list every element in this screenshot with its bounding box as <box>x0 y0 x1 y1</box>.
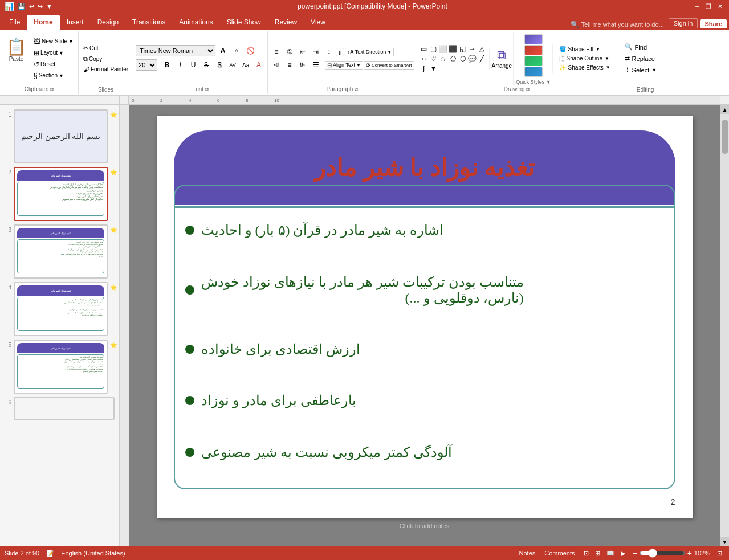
comments-btn[interactable]: Comments <box>542 550 577 557</box>
shape-rect2[interactable]: ▢ <box>429 44 438 54</box>
clipboard-expand[interactable]: ⧉ <box>50 87 54 92</box>
numbering-btn[interactable]: ① <box>283 46 296 58</box>
slide-img-6[interactable] <box>14 397 115 420</box>
shape-heart[interactable]: ♡ <box>429 54 438 63</box>
shape-fill-btn[interactable]: 🪣 Shape Fill ▼ <box>556 45 613 54</box>
shape-triangle[interactable]: △ <box>478 44 487 54</box>
section-btn[interactable]: § Section ▼ <box>31 71 76 81</box>
shape-hexagon[interactable]: ⬡ <box>458 54 467 63</box>
shape-arrow-right[interactable]: → <box>468 44 477 54</box>
shape-rect[interactable]: ▭ <box>420 44 429 54</box>
restore-btn[interactable]: ❐ <box>704 2 713 11</box>
tab-review[interactable]: Review <box>268 15 304 30</box>
tab-slideshow[interactable]: Slide Show <box>220 15 268 30</box>
bold-btn[interactable]: B <box>161 59 173 71</box>
tab-view[interactable]: View <box>304 15 332 30</box>
slide-thumb-2[interactable]: 2 تغذیه نوزاد با شیر مادر ● اشاره به شیر… <box>2 167 117 221</box>
font-color-btn[interactable]: A <box>252 59 265 71</box>
shape-circle[interactable]: ○ <box>420 54 429 63</box>
drawing-expand[interactable]: ⧉ <box>526 87 530 92</box>
copy-btn[interactable]: ⧉ Copy <box>81 54 131 64</box>
slide-img-3[interactable]: تغذیه نوزاد با شیر مادر ● ارزش کافی مادر… <box>14 224 108 279</box>
select-btn[interactable]: ⊹ Select ▼ <box>621 64 661 75</box>
qs-item-3[interactable] <box>524 56 543 66</box>
zoom-slider[interactable] <box>640 549 685 558</box>
slide-img-2[interactable]: تغذیه نوزاد با شیر مادر ● اشاره به شیر م… <box>14 167 108 221</box>
sign-in-btn[interactable]: Sign in <box>669 18 698 28</box>
bullets-btn[interactable]: ≡ <box>270 46 283 58</box>
quick-styles-label[interactable]: Quick Styles ▼ <box>516 79 551 85</box>
new-slide-btn[interactable]: 🖼 New Slide ▼ <box>31 36 76 47</box>
slide-thumb-4[interactable]: 4 تغذیه نوزاد با شیر مادر ● شیرخواری که … <box>2 282 117 336</box>
font-case-btn[interactable]: Aa <box>239 59 252 71</box>
shape-parallelogram[interactable]: ◱ <box>458 44 467 54</box>
fit-slide-btn[interactable]: ⊡ <box>715 550 724 557</box>
slide-sorter-btn[interactable]: ⊞ <box>593 550 602 557</box>
shape-curve[interactable]: ∫ <box>420 64 429 73</box>
slide-thumb-1[interactable]: 1 بسم الله الرحمن الرحیم ⭐ <box>2 109 117 163</box>
tab-file[interactable]: File <box>2 15 27 30</box>
slide-canvas[interactable]: تغذیه نوزاد با شیر مادر اشاره به شیر ماد… <box>157 116 693 518</box>
cut-btn[interactable]: ✂ Cut <box>81 43 131 53</box>
notes-btn[interactable]: Notes <box>517 550 538 557</box>
replace-btn[interactable]: ⇄ Replace <box>621 53 661 64</box>
shape-effects-btn[interactable]: ✨ Shape Effects ▼ <box>556 63 613 72</box>
zoom-in-btn[interactable]: + <box>687 549 692 558</box>
window-controls[interactable]: ─ ❐ ✕ <box>693 2 724 11</box>
slide-img-4[interactable]: تغذیه نوزاد با شیر مادر ● شیرخواری که از… <box>14 282 108 336</box>
align-text-btn[interactable]: ⊟ Align Text ▼ <box>325 61 363 70</box>
arrange-btn[interactable]: ⧉ Arrange <box>489 48 512 69</box>
slide-img-5[interactable]: تغذیه نوزاد با شیر مادر ● کاهش شیپاهر آگ… <box>14 340 108 394</box>
tab-home[interactable]: Home <box>27 15 59 30</box>
slide-thumb-5[interactable]: 5 تغذیه نوزاد با شیر مادر ● کاهش شیپاهر … <box>2 340 117 394</box>
font-expand[interactable]: ⧉ <box>205 87 209 92</box>
close-btn[interactable]: ✕ <box>715 2 724 11</box>
qs-item-1[interactable] <box>524 34 543 44</box>
slides-panel[interactable]: 1 بسم الله الرحمن الرحیم ⭐ 2 تغذیه نوزاد… <box>0 105 120 546</box>
columns-btn[interactable]: ⫿ <box>336 48 344 56</box>
qs-item-4[interactable] <box>524 67 543 77</box>
shape-callout[interactable]: 💬 <box>468 54 477 63</box>
increase-indent-btn[interactable]: ⇥ <box>309 46 322 58</box>
slide-img-1[interactable]: بسم الله الرحمن الرحیم <box>14 109 108 163</box>
clear-format-btn[interactable]: 🚫 <box>244 45 256 56</box>
decrease-indent-btn[interactable]: ⇤ <box>296 46 309 58</box>
zoom-out-btn[interactable]: − <box>632 549 637 558</box>
layout-btn[interactable]: ⊞ Layout ▼ <box>31 48 76 58</box>
scroll-down-btn[interactable]: ▼ <box>720 537 730 546</box>
slideshow-btn[interactable]: ▶ <box>618 550 628 557</box>
text-direction-btn[interactable]: ↕A Text Direction ▼ <box>345 48 394 56</box>
slide-thumb-6[interactable]: 6 <box>2 397 117 420</box>
reset-btn[interactable]: ↺ Reset <box>31 59 76 70</box>
align-left-btn[interactable]: ⫷ <box>270 59 283 71</box>
qs-item-2[interactable] <box>524 45 543 55</box>
shape-round-rect2[interactable]: ⬛ <box>449 44 458 54</box>
find-btn[interactable]: 🔍 Find <box>621 42 661 52</box>
decrease-font-btn[interactable]: A <box>230 45 243 56</box>
line-spacing-btn[interactable]: ↕ <box>323 46 335 58</box>
justify-btn[interactable]: ☰ <box>309 59 322 71</box>
tab-animations[interactable]: Animations <box>172 15 219 30</box>
strikethrough-btn[interactable]: S̶ <box>200 59 213 71</box>
shape-more[interactable]: ▼ <box>429 64 438 73</box>
shape-line[interactable]: ╱ <box>478 54 487 63</box>
add-notes-hint[interactable]: Click to add notes <box>400 522 449 529</box>
shape-outline-btn[interactable]: ⬚ Shape Outline ▼ <box>556 54 613 63</box>
normal-view-btn[interactable]: ⊡ <box>581 550 591 557</box>
share-btn[interactable]: Share <box>700 19 727 28</box>
align-right-btn[interactable]: ⫸ <box>296 59 309 71</box>
shape-pentagon[interactable]: ⬠ <box>449 54 458 63</box>
scroll-thumb[interactable] <box>722 120 728 154</box>
minimize-btn[interactable]: ─ <box>693 2 702 11</box>
char-spacing-btn[interactable]: AV <box>226 59 239 71</box>
vertical-scrollbar[interactable]: ▲ ▼ <box>720 105 729 546</box>
increase-font-btn[interactable]: A <box>217 45 229 56</box>
underline-btn[interactable]: U <box>187 59 199 71</box>
paragraph-expand[interactable]: ⧉ <box>355 87 358 92</box>
tab-design[interactable]: Design <box>91 15 125 30</box>
shadow-btn[interactable]: S <box>213 59 226 71</box>
paste-btn[interactable]: 📋 Paste <box>2 36 30 81</box>
slide-thumb-3[interactable]: 3 تغذیه نوزاد با شیر مادر ● ارزش کافی ما… <box>2 224 117 279</box>
slide-body[interactable]: اشاره به شیر مادر در قرآن (۵ بار) و احاد… <box>185 199 664 484</box>
tab-transitions[interactable]: Transitions <box>125 15 172 30</box>
